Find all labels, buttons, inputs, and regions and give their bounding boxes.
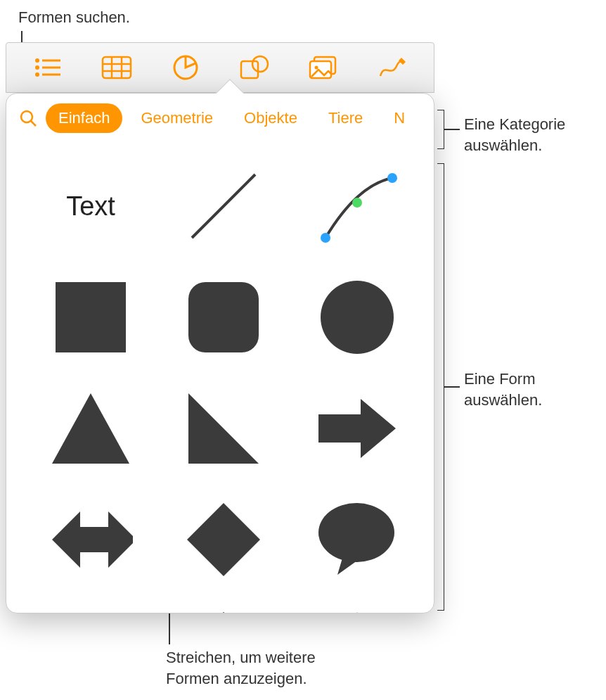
media-icon[interactable] bbox=[301, 51, 346, 84]
list-icon[interactable] bbox=[25, 51, 70, 84]
callout-swipe: Streichen, um weitere Formen anzuzeigen. bbox=[166, 647, 316, 689]
svg-point-20 bbox=[321, 233, 330, 243]
shape-arrow-right[interactable] bbox=[315, 386, 399, 471]
shape-curve[interactable] bbox=[315, 164, 399, 248]
svg-line-18 bbox=[31, 121, 36, 126]
chart-icon[interactable] bbox=[163, 51, 208, 84]
tab-objekte[interactable]: Objekte bbox=[231, 103, 310, 133]
svg-marker-30 bbox=[187, 503, 260, 576]
svg-rect-24 bbox=[188, 282, 259, 352]
callout-category-bracket bbox=[437, 110, 444, 149]
callout-search: Formen suchen. bbox=[18, 7, 130, 28]
svg-point-31 bbox=[318, 503, 394, 562]
category-tabbar: Einfach Geometrie Objekte Tiere N bbox=[6, 94, 434, 143]
svg-point-2 bbox=[35, 65, 39, 70]
svg-marker-36 bbox=[318, 612, 396, 613]
svg-marker-29 bbox=[52, 511, 133, 568]
shape-double-arrow[interactable] bbox=[49, 497, 133, 582]
svg-point-13 bbox=[252, 56, 268, 72]
svg-marker-27 bbox=[188, 393, 259, 464]
callout-category: Eine Kategorie auswählen. bbox=[464, 114, 565, 155]
svg-point-0 bbox=[35, 58, 39, 63]
tab-einfach[interactable]: Einfach bbox=[46, 103, 122, 133]
shape-circle[interactable] bbox=[315, 275, 399, 359]
callout-shape-bracket bbox=[437, 163, 444, 611]
callout-shape: Eine Form auswählen. bbox=[464, 369, 542, 410]
shape-star[interactable] bbox=[315, 609, 399, 613]
svg-line-19 bbox=[192, 174, 255, 238]
table-icon[interactable] bbox=[94, 51, 139, 84]
svg-point-17 bbox=[21, 111, 32, 122]
shape-rounded-square[interactable] bbox=[181, 275, 266, 359]
svg-point-16 bbox=[315, 66, 318, 70]
shape-callout-rect[interactable] bbox=[49, 609, 133, 613]
tab-tiere[interactable]: Tiere bbox=[316, 103, 375, 133]
shape-right-triangle[interactable] bbox=[181, 386, 266, 471]
toolbar bbox=[6, 42, 434, 93]
shape-diamond[interactable] bbox=[181, 497, 266, 582]
shapes-popover: Einfach Geometrie Objekte Tiere N Text bbox=[6, 93, 434, 613]
shape-line[interactable] bbox=[181, 164, 266, 248]
svg-point-22 bbox=[387, 173, 397, 183]
callout-shape-line bbox=[444, 386, 460, 388]
shape-speech-bubble[interactable] bbox=[315, 497, 399, 582]
draw-icon[interactable] bbox=[370, 51, 415, 84]
shape-triangle[interactable] bbox=[49, 386, 133, 471]
shape-square[interactable] bbox=[49, 275, 133, 359]
svg-point-21 bbox=[352, 198, 362, 208]
shape-text-label: Text bbox=[66, 191, 115, 222]
svg-marker-28 bbox=[318, 399, 396, 458]
svg-rect-23 bbox=[56, 282, 126, 352]
shape-pentagon[interactable] bbox=[181, 609, 266, 613]
callout-category-line bbox=[444, 129, 460, 130]
svg-point-4 bbox=[35, 72, 39, 77]
tab-more[interactable]: N bbox=[381, 103, 418, 133]
shape-text[interactable]: Text bbox=[49, 164, 133, 248]
svg-rect-6 bbox=[103, 57, 131, 78]
svg-marker-26 bbox=[52, 393, 129, 464]
svg-marker-35 bbox=[188, 612, 259, 613]
shapes-grid[interactable]: Text bbox=[6, 143, 434, 613]
svg-point-25 bbox=[321, 281, 394, 354]
shape-icon[interactable] bbox=[232, 51, 277, 84]
tab-geometrie[interactable]: Geometrie bbox=[128, 103, 226, 133]
search-icon[interactable] bbox=[16, 106, 40, 130]
